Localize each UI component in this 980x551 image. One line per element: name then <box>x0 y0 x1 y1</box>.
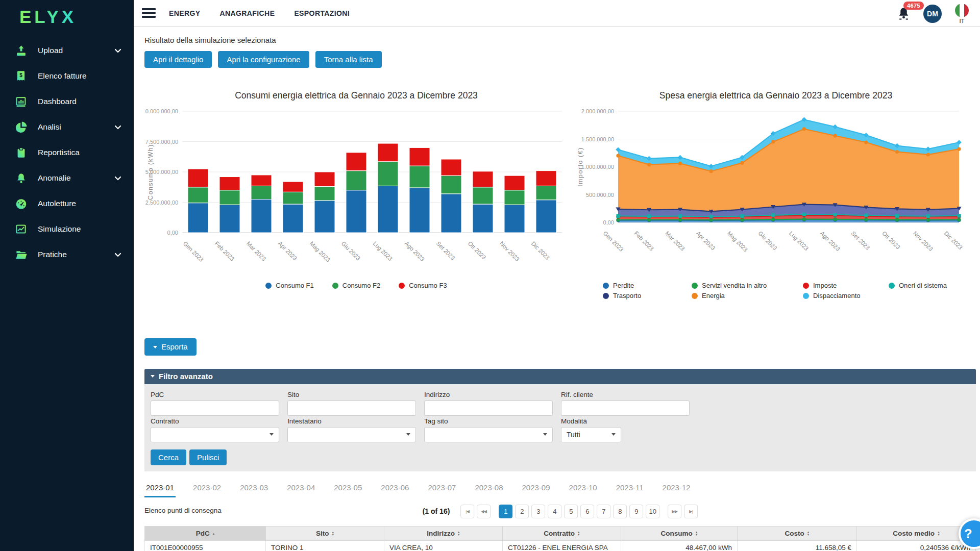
page-button-9[interactable]: 9 <box>629 505 643 518</box>
svg-text:Mag 2023: Mag 2023 <box>726 230 749 253</box>
modalita-select[interactable]: Tutti <box>561 427 621 442</box>
page-button-4[interactable]: 4 <box>548 505 561 518</box>
page-button-7[interactable]: 7 <box>597 505 610 518</box>
back-to-list-button[interactable]: Torna alla lista <box>315 51 382 68</box>
app-logo[interactable]: ELYX <box>0 0 134 34</box>
table-row[interactable]: IT001E00000955 TORINO 1 VIA CREA, 10 CT0… <box>145 540 976 551</box>
chevron-down-icon <box>114 125 121 130</box>
caret-down-icon <box>543 433 547 436</box>
top-nav: ENERGY ANAGRAFICHE ESPORTAZIONI <box>169 9 350 17</box>
rif-cliente-label: Rif. cliente <box>561 391 698 398</box>
consumption-chart-title: Consumi energia elettrica da Gennaio 202… <box>144 90 568 101</box>
column-header-consumo[interactable]: Consumo▴▾ <box>621 526 738 540</box>
tab-2023-05[interactable]: 2023-05 <box>332 479 363 497</box>
sidebar-item-upload[interactable]: Upload <box>0 38 134 63</box>
page-button-1[interactable]: 1 <box>499 505 512 518</box>
sidebar-item-pratiche[interactable]: Pratiche <box>0 242 134 267</box>
svg-text:Giu 2023: Giu 2023 <box>340 240 361 261</box>
intestatario-label: Intestatario <box>287 417 424 425</box>
column-header-indirizzo[interactable]: Indirizzo▴▾ <box>384 526 503 540</box>
svg-text:Feb 2023: Feb 2023 <box>633 230 655 252</box>
column-header-contratto[interactable]: Contratto▴▾ <box>503 526 621 540</box>
user-avatar[interactable]: DM <box>923 5 942 23</box>
consumption-legend: Consumo F1 Consumo F2 Consumo F3 <box>144 282 568 289</box>
tab-2023-02[interactable]: 2023-02 <box>191 479 223 497</box>
sidebar-item-elenco-fatture[interactable]: $ Elenco fatture <box>0 63 134 89</box>
tab-2023-11[interactable]: 2023-11 <box>615 479 645 497</box>
tab-2023-08[interactable]: 2023-08 <box>473 479 504 497</box>
column-header-costo[interactable]: Costo▴▾ <box>738 526 857 540</box>
sort-icon: ▴▾ <box>696 531 698 536</box>
next-page-button[interactable]: ▶▶ <box>668 505 681 518</box>
tag-sito-select[interactable] <box>424 427 553 442</box>
page-button-5[interactable]: 5 <box>564 505 578 518</box>
sidebar-item-simulazione[interactable]: Simulazione <box>0 216 134 242</box>
filter-buttons: Cerca Pulisci <box>151 449 970 465</box>
logo-text: ELYX <box>19 7 77 27</box>
page-button-8[interactable]: 8 <box>613 505 627 518</box>
tab-2023-12[interactable]: 2023-12 <box>661 479 692 497</box>
legend-dot <box>889 283 895 289</box>
filter-panel-header[interactable]: Filtro avanzato <box>144 369 976 384</box>
sidebar-item-dashboard[interactable]: Dashboard <box>0 89 134 114</box>
prev-page-button[interactable]: ◀◀ <box>477 505 491 518</box>
clear-button[interactable]: Pulisci <box>189 449 227 465</box>
page-button-10[interactable]: 10 <box>646 505 659 518</box>
open-detail-button[interactable]: Apri il dettaglio <box>144 51 212 68</box>
sito-input[interactable] <box>287 400 416 416</box>
tab-2023-01[interactable]: 2023-01 <box>144 479 176 497</box>
first-page-button[interactable]: |◀ <box>460 505 474 518</box>
sidebar-item-anomalie[interactable]: Anomalie <box>0 165 134 191</box>
export-button[interactable]: Esporta <box>144 338 197 355</box>
column-header-costo-medio[interactable]: Costo medio▴▾ <box>857 526 976 540</box>
tab-2023-10[interactable]: 2023-10 <box>568 479 599 497</box>
svg-text:Consumo (kWh): Consumo (kWh) <box>147 144 154 200</box>
legend-item: Dispacciamento <box>803 292 889 299</box>
locale-label: IT <box>960 18 965 24</box>
nav-anagrafiche[interactable]: ANAGRAFICHE <box>220 9 275 17</box>
indirizzo-input[interactable] <box>424 400 553 416</box>
invoice-icon: $ <box>14 69 28 83</box>
cost-legend: Perdite Servizi vendita in altro Imposte… <box>603 282 977 299</box>
intestatario-select[interactable] <box>287 427 416 442</box>
legend-dot <box>692 293 698 299</box>
page-button-3[interactable]: 3 <box>531 505 545 518</box>
tab-2023-03[interactable]: 2023-03 <box>238 479 270 497</box>
tab-2023-04[interactable]: 2023-04 <box>285 479 316 497</box>
notifications-button[interactable]: 4675 <box>897 7 910 22</box>
sidebar-item-autoletture[interactable]: Autoletture <box>0 191 134 216</box>
top-bar: ENERGY ANAGRAFICHE ESPORTAZIONI 4675 DM … <box>134 0 980 27</box>
nav-energy[interactable]: ENERGY <box>169 9 201 17</box>
cell-costo: 11.658,05 € <box>738 540 857 551</box>
contratto-select[interactable] <box>151 427 279 442</box>
legend-label: Imposte <box>813 282 837 289</box>
tab-2023-06[interactable]: 2023-06 <box>379 479 410 497</box>
hamburger-menu-icon[interactable] <box>142 8 156 18</box>
svg-text:Set 2023: Set 2023 <box>850 230 871 251</box>
nav-esportazioni[interactable]: ESPORTAZIONI <box>294 9 350 17</box>
cell-consumo: 48.467,00 kWh <box>621 540 738 551</box>
rif-cliente-input[interactable] <box>561 400 690 416</box>
modalita-label: Modalità <box>561 417 698 425</box>
svg-text:Nov 2023: Nov 2023 <box>912 230 934 252</box>
column-header-pdc[interactable]: PdC▴ <box>145 526 266 540</box>
pdc-input[interactable] <box>151 400 279 416</box>
sito-label: Sito <box>287 391 424 398</box>
tab-2023-07[interactable]: 2023-07 <box>426 479 457 497</box>
legend-item: Trasporto <box>603 292 692 299</box>
page-button-2[interactable]: 2 <box>515 505 529 518</box>
sidebar-item-reportistica[interactable]: Reportistica <box>0 140 134 165</box>
tag-sito-label: Tag sito <box>424 417 561 425</box>
tab-2023-09[interactable]: 2023-09 <box>521 479 552 497</box>
open-configuration-button[interactable]: Apri la configurazione <box>218 51 309 68</box>
language-selector[interactable]: IT <box>955 4 969 24</box>
search-button[interactable]: Cerca <box>151 449 186 465</box>
action-buttons: Apri il dettaglio Apri la configurazione… <box>144 51 976 68</box>
page-content: Risultato della simulazione selezionata … <box>134 27 980 551</box>
legend-dot <box>603 283 609 289</box>
column-header-sito[interactable]: Sito▴▾ <box>266 526 384 540</box>
page-button-6[interactable]: 6 <box>580 505 594 518</box>
last-page-button[interactable]: ▶| <box>684 505 698 518</box>
export-label: Esporta <box>161 342 188 351</box>
sidebar-item-analisi[interactable]: Analisi <box>0 114 134 140</box>
